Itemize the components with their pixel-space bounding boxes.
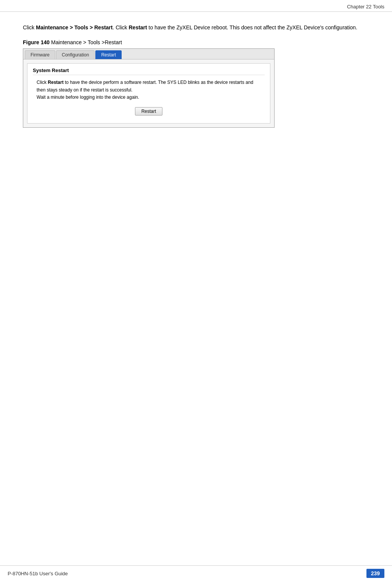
intro-bold1: Maintenance > Tools > Restart [36, 24, 112, 30]
desc-after: to have the device perform a software re… [37, 80, 253, 92]
page-number: 239 [371, 570, 380, 576]
intro-text-after-bold1: . Click [112, 24, 129, 30]
chapter-title: Chapter 22 Tools [347, 4, 384, 10]
intro-text-before-bold1: Click [23, 24, 36, 30]
ui-body: System Restart Click Restart to have the… [23, 59, 274, 127]
restart-button-container: Restart [33, 107, 265, 116]
tab-restart-label: Restart [101, 52, 116, 58]
page-content: Click Maintenance > Tools > Restart. Cli… [0, 12, 392, 151]
tab-configuration-label: Configuration [62, 52, 89, 58]
ui-screenshot: Firmware Configuration Restart System Re… [23, 48, 275, 128]
tab-bar: Firmware Configuration Restart [23, 49, 274, 59]
restart-button[interactable]: Restart [135, 107, 163, 116]
section-box: System Restart Click Restart to have the… [27, 63, 270, 124]
intro-bold2: Restart [129, 24, 147, 30]
section-title: System Restart [33, 67, 265, 75]
section-description: Click Restart to have the device perform… [33, 79, 265, 101]
chapter-header: Chapter 22 Tools [0, 0, 392, 12]
intro-text-after-bold2: to have the ZyXEL Device reboot. This do… [147, 24, 357, 30]
page-number-box: 239 [366, 569, 384, 578]
tab-restart[interactable]: Restart [95, 50, 122, 59]
desc-line2: Wait a minute before logging into the de… [37, 95, 139, 100]
tab-firmware-label: Firmware [31, 52, 50, 58]
intro-paragraph: Click Maintenance > Tools > Restart. Cli… [23, 23, 369, 32]
footer-left-text: P-870HN-51b User's Guide [8, 571, 68, 576]
desc-before: Click [37, 80, 48, 85]
figure-number: Figure 140 [23, 39, 50, 45]
figure-title: Maintenance > Tools >Restart [51, 39, 122, 45]
figure-label: Figure 140Maintenance > Tools >Restart [23, 39, 369, 45]
page-footer: P-870HN-51b User's Guide 239 [0, 565, 392, 581]
tab-firmware[interactable]: Firmware [25, 50, 55, 59]
tab-configuration[interactable]: Configuration [56, 50, 95, 59]
desc-bold: Restart [48, 80, 63, 85]
